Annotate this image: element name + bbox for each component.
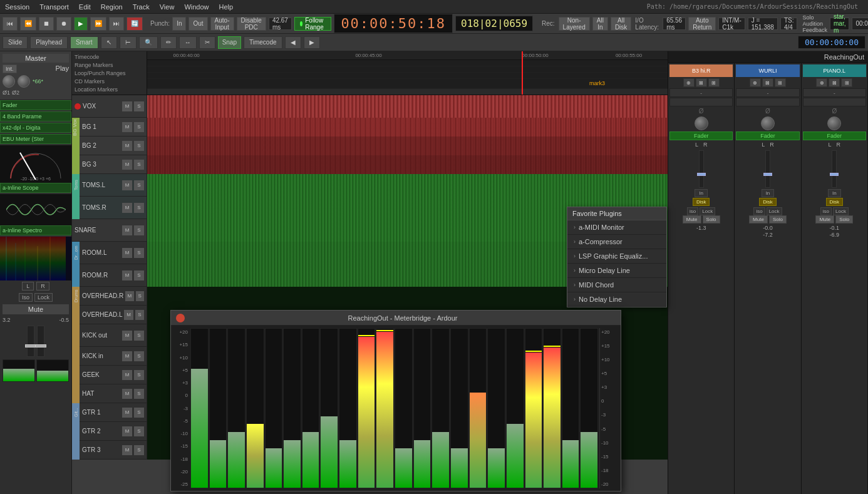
cut-tool[interactable]: ✂ [199, 36, 215, 49]
master-knob1[interactable] [3, 75, 15, 88]
ch-knob-b3hir[interactable] [695, 116, 708, 130]
iso-b3hir[interactable]: iso [687, 207, 698, 215]
mute-bg3[interactable]: M [122, 160, 132, 170]
cursor-tool[interactable]: ↖ [101, 36, 117, 49]
solo-vox[interactable]: S [134, 101, 144, 111]
mute-gtr1[interactable]: M [122, 408, 132, 418]
all-disk-button[interactable]: All Disk [611, 17, 631, 31]
auto-input-button[interactable]: Auto-Input [210, 17, 234, 31]
menu-help[interactable]: Help [219, 3, 234, 11]
mute-ch-b3hir[interactable]: Mute [683, 215, 701, 224]
int-button[interactable]: Int. [3, 64, 17, 73]
solo-kickout[interactable]: S [134, 331, 144, 341]
punch-in-button[interactable]: In [172, 17, 186, 31]
menu-session[interactable]: Session [5, 3, 29, 11]
iso-button[interactable]: Iso [19, 293, 33, 302]
loop-button[interactable]: 🔄 [127, 17, 143, 31]
solo-roomr[interactable]: S [134, 270, 144, 280]
solo-bg2[interactable]: S [134, 141, 144, 151]
disable-pdc-button[interactable]: Disable PDC [237, 17, 266, 31]
solo-overheadl[interactable]: S [135, 310, 144, 320]
mute-kickout[interactable]: M [122, 331, 132, 341]
ch-icon1-wurli[interactable]: ⊕ [750, 78, 761, 87]
ch-icon2-b3hir[interactable]: ⊠ [696, 78, 707, 87]
ebu-plugin[interactable]: EBU Meter (Ster [0, 134, 71, 144]
solo-tomsr[interactable]: S [134, 203, 144, 213]
fader-track-wurli[interactable] [765, 150, 770, 188]
solo-tomsl[interactable]: S [134, 180, 144, 190]
mute-tomsr[interactable]: M [122, 203, 132, 213]
mute-tomsl[interactable]: M [122, 180, 132, 190]
stop-button[interactable]: ⏹ [39, 17, 54, 31]
solo-rooml[interactable]: S [134, 248, 144, 258]
ch-icon1-b3hir[interactable]: ⊕ [683, 78, 695, 87]
next-button[interactable]: ⏭ [109, 17, 124, 31]
solo-gtr2[interactable]: S [134, 426, 144, 436]
mute-kickin[interactable]: M [122, 351, 132, 361]
forward-button[interactable]: ⏩ [90, 17, 106, 31]
mute-overheadl[interactable]: M [124, 310, 133, 320]
mute-snare[interactable]: M [122, 225, 132, 235]
mute-overheadr[interactable]: M [125, 291, 133, 301]
track-content-vox[interactable] [147, 95, 668, 118]
solo-bg3[interactable]: S [134, 160, 144, 170]
mute-vox[interactable]: M [122, 101, 132, 111]
plugin-slot-2[interactable] [669, 98, 733, 106]
menu-window[interactable]: Window [184, 3, 209, 11]
x42-plugin[interactable]: x42-dpl - Digita [0, 123, 71, 133]
in-button-wurli[interactable]: In [762, 189, 775, 197]
range-tool[interactable]: ⊢ [120, 36, 137, 49]
ch-icon2-pianl[interactable]: ⊠ [829, 78, 840, 87]
follow-range-button[interactable]: Follow Range [294, 17, 331, 31]
solo-kickin[interactable]: S [134, 351, 144, 361]
solo-ch-pianl[interactable]: Solo [835, 215, 853, 224]
fp-item-2[interactable]: › LSP Graphic Equaliz... [567, 249, 666, 264]
iso-wurli[interactable]: iso [753, 207, 765, 215]
prev-button[interactable]: ⏮ [3, 17, 18, 31]
playhead-button[interactable]: Playhead [30, 36, 68, 49]
all-in-button[interactable]: All In [592, 17, 608, 31]
menu-edit[interactable]: Edit [79, 3, 91, 11]
next-marker[interactable]: ▶ [304, 36, 320, 49]
fp-item-3[interactable]: › Micro Delay Line [567, 264, 666, 278]
iso-pianl[interactable]: iso [820, 207, 832, 215]
fader-right[interactable] [37, 326, 44, 357]
solo-bg1[interactable]: S [134, 122, 144, 132]
solo-ch-wurli[interactable]: Solo [769, 215, 787, 224]
play-button[interactable]: ▶ [74, 17, 88, 31]
mb-close-button[interactable] [176, 314, 185, 322]
in-button-pianl[interactable]: In [828, 189, 841, 197]
plugin-slot-w1[interactable]: - [736, 88, 799, 97]
l-button[interactable]: L [22, 282, 34, 291]
smart-button[interactable]: Smart [70, 36, 98, 49]
track-content-bg3[interactable] [147, 155, 668, 174]
mute-ch-wurli[interactable]: Mute [749, 215, 768, 224]
mute-rooml[interactable]: M [122, 248, 132, 258]
lock-button[interactable]: Lock [34, 293, 53, 302]
ch-knob-pianl[interactable] [827, 116, 841, 130]
fader-track-pianl[interactable] [832, 150, 837, 188]
punch-out-button[interactable]: Out [189, 17, 207, 31]
plugin-slot-1[interactable]: - [669, 88, 733, 97]
band-param-plugin[interactable]: 4 Band Parame [0, 111, 71, 121]
lock-pianl[interactable]: Lock [833, 207, 849, 215]
solo-hat[interactable]: S [134, 389, 144, 399]
master-knob2[interactable] [18, 75, 30, 88]
record-vox[interactable] [75, 103, 81, 110]
fader-track-b3hir[interactable] [699, 150, 704, 188]
fp-item-4[interactable]: › MIDI Chord [567, 278, 666, 292]
scope-plugin[interactable]: a-Inline Scope [0, 183, 71, 193]
mute-hat[interactable]: M [122, 389, 132, 399]
menu-track[interactable]: Track [133, 3, 150, 11]
mute-geek[interactable]: M [122, 370, 132, 380]
disk-button-pianl[interactable]: Disk [826, 198, 844, 206]
rewind-button[interactable]: ⏪ [20, 17, 36, 31]
ch-icon3-b3hir[interactable]: ⊞ [708, 78, 720, 87]
solo-geek[interactable]: S [134, 370, 144, 380]
draw-tool[interactable]: ✏ [160, 36, 177, 49]
mute-gtr2[interactable]: M [122, 426, 132, 436]
ch-icon3-wurli[interactable]: ⊞ [775, 78, 786, 87]
ch-icon3-pianl[interactable]: ⊞ [841, 78, 852, 87]
track-content-bg1[interactable] [147, 118, 668, 136]
ch-icon1-pianl[interactable]: ⊕ [816, 78, 827, 87]
